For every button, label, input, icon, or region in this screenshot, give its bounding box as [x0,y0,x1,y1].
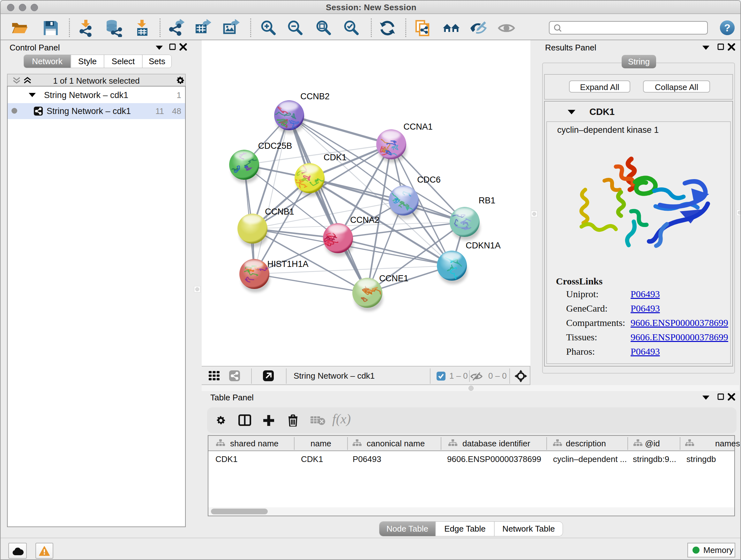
svg-text:CDK1: CDK1 [324,152,347,162]
svg-text:RB1: RB1 [479,196,495,205]
svg-text:CCNB2: CCNB2 [300,91,330,101]
svg-text:CDC6: CDC6 [417,175,441,185]
svg-text:CCNB1: CCNB1 [265,207,294,216]
svg-text:CCNA2: CCNA2 [350,215,380,225]
svg-text:CDC25B: CDC25B [258,141,292,151]
svg-text:CCNA1: CCNA1 [403,122,433,132]
svg-text:CDKN1A: CDKN1A [466,241,501,250]
svg-text:HIST1H1A: HIST1H1A [267,259,308,269]
svg-text:?: ? [724,22,731,34]
svg-text:CCNE1: CCNE1 [379,273,408,283]
